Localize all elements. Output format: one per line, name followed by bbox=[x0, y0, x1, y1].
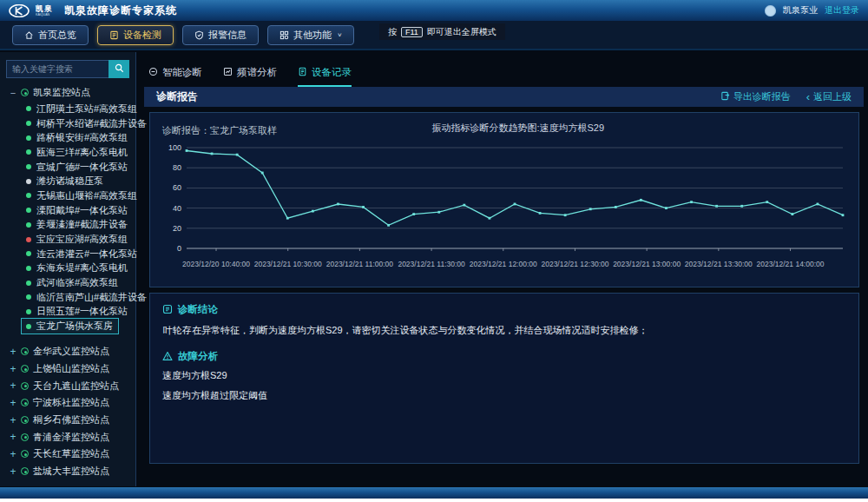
search-button[interactable] bbox=[108, 60, 129, 78]
tree-device-item[interactable]: 柯桥平水绍诸#截流井设备 bbox=[0, 116, 135, 131]
nav-item-3[interactable]: 报警信息 bbox=[182, 25, 259, 45]
expand-plus-icon[interactable]: + bbox=[10, 448, 16, 460]
tree-device-item[interactable]: 东海东堤#离心泵电机 bbox=[0, 261, 135, 276]
device-label: 柯桥平水绍诸#截流井设备 bbox=[36, 117, 147, 130]
tree-station-item[interactable]: +宁波栎社监控站点 bbox=[0, 394, 135, 412]
collapse-minus-icon[interactable]: − bbox=[10, 88, 16, 98]
f11-key: F11 bbox=[401, 27, 423, 37]
tree-station-item[interactable]: +上饶铅山监控站点 bbox=[0, 360, 135, 378]
avatar[interactable] bbox=[765, 5, 776, 17]
status-dot-green bbox=[26, 251, 31, 256]
svg-text:80: 80 bbox=[173, 163, 181, 172]
expand-plus-icon[interactable]: + bbox=[10, 414, 16, 426]
status-dot-green bbox=[26, 106, 31, 111]
export-report-link[interactable]: 导出诊断报告 bbox=[720, 90, 791, 103]
x-axis-label: 2023/12/21 12:00:00 bbox=[470, 260, 537, 268]
device-list: 江阴璜土泵站#高效泵组柯桥平水绍诸#截流井设备路桥银安街#高效泵组瓯海三垟#离心… bbox=[0, 102, 135, 334]
chevron-down-icon: ˅ bbox=[338, 31, 342, 39]
expand-plus-icon[interactable]: + bbox=[10, 380, 16, 392]
station-label: 宁波栎社监控站点 bbox=[33, 396, 109, 409]
nav-item-2[interactable]: 设备检测 bbox=[97, 25, 174, 45]
device-label: 武河临张#高效泵组 bbox=[36, 276, 118, 289]
tree-device-item[interactable]: 无锡惠山堰裕#高效泵组 bbox=[0, 188, 135, 203]
main-tabs: 智能诊断频谱分析设备记录 bbox=[136, 52, 868, 87]
tree-device-item[interactable]: 武河临张#高效泵组 bbox=[0, 275, 135, 290]
tree-station-item[interactable]: +桐乡石佛监控站点 bbox=[0, 412, 135, 429]
x-axis-label: 2023/12/21 10:30:00 bbox=[254, 260, 322, 268]
svg-text:0: 0 bbox=[177, 244, 181, 253]
tree-device-item[interactable]: 宣城广德#一体化泵站 bbox=[0, 160, 135, 175]
device-label: 溧阳戴埠#一体化泵站 bbox=[36, 204, 128, 217]
grid-icon bbox=[279, 30, 289, 40]
shield-check-icon bbox=[194, 30, 204, 40]
fault-warning-icon bbox=[162, 351, 173, 363]
hint-suffix: 即可退出全屏模式 bbox=[427, 26, 496, 38]
tree-device-item[interactable]: 潍坊诸城稳压泵 bbox=[0, 174, 135, 188]
doc-icon bbox=[298, 67, 307, 78]
device-label: 日照五莲#一体化泵站 bbox=[36, 305, 128, 318]
x-axis-label: 2023/12/21 13:30:00 bbox=[685, 260, 753, 268]
station-label: 桐乡石佛监控站点 bbox=[33, 413, 109, 426]
device-label: 临沂莒南芦山#截流井设备 bbox=[36, 291, 147, 304]
status-dot-green bbox=[26, 208, 31, 213]
nav-item-label: 其他功能 bbox=[293, 29, 332, 42]
status-dot-green bbox=[26, 121, 31, 126]
tree-device-item[interactable]: 江阴璜土泵站#高效泵组 bbox=[0, 102, 135, 116]
nav-item-4[interactable]: 其他功能˅ bbox=[267, 25, 354, 45]
expand-plus-icon[interactable]: + bbox=[10, 466, 16, 478]
tree-station-item[interactable]: +天长红草监控站点 bbox=[0, 446, 135, 463]
panel-title: 诊断报告 bbox=[156, 89, 198, 104]
app-window: 凯泉 KAIQUAN 凯泉故障诊断专家系统 凯泉泵业 退出登录 首页总览设备检测… bbox=[0, 0, 868, 502]
station-target-icon bbox=[21, 399, 29, 406]
device-label: 江阴璜土泵站#高效泵组 bbox=[36, 102, 137, 116]
tab-2[interactable]: 频谱分析 bbox=[223, 63, 277, 87]
station-target-icon bbox=[21, 433, 29, 441]
station-target-icon bbox=[21, 347, 29, 355]
fullscreen-hint: 按 F11 即可退出全屏模式 bbox=[379, 23, 505, 40]
home-icon bbox=[24, 30, 34, 40]
tree-station-item[interactable]: +青浦金泽监控站点 bbox=[0, 428, 135, 446]
logo-sub: KAIQUAN bbox=[36, 13, 51, 17]
station-target-icon bbox=[21, 450, 29, 458]
device-label: 姜堰溱潼#截流井设备 bbox=[36, 218, 128, 231]
expand-plus-icon[interactable]: + bbox=[10, 431, 16, 443]
expand-plus-icon[interactable]: + bbox=[10, 397, 16, 409]
nav-tabs: 首页总览设备检测报警信息其他功能˅ bbox=[12, 25, 354, 45]
tree-root-item[interactable]: − 凯泉监控站点 bbox=[0, 83, 135, 102]
export-icon bbox=[720, 91, 730, 102]
tree-device-item[interactable]: 宝龙广场供水泵房 bbox=[22, 319, 118, 334]
svg-text:40: 40 bbox=[173, 204, 181, 213]
back-link[interactable]: ‹ 返回上级 bbox=[806, 90, 852, 103]
tree-station-item[interactable]: +天台九遮山监控站点 bbox=[0, 377, 135, 394]
tree-device-item[interactable]: 连云港灌云#一体化泵站 bbox=[0, 247, 135, 261]
svg-text:60: 60 bbox=[173, 183, 181, 192]
search-row bbox=[6, 60, 129, 78]
station-tree: − 凯泉监控站点 江阴璜土泵站#高效泵组柯桥平水绍诸#截流井设备路桥银安街#高效… bbox=[0, 83, 135, 480]
tree-device-item[interactable]: 路桥银安街#高效泵组 bbox=[0, 130, 135, 145]
search-input[interactable] bbox=[6, 60, 108, 78]
tree-device-item[interactable]: 宝应宝应湖#高效泵组 bbox=[0, 232, 135, 247]
tree-station-item[interactable]: +金华武义监控站点 bbox=[0, 343, 135, 360]
device-label: 无锡惠山堰裕#高效泵组 bbox=[36, 189, 137, 202]
logout-link[interactable]: 退出登录 bbox=[825, 4, 859, 17]
tab-1[interactable]: 智能诊断 bbox=[148, 63, 202, 87]
expand-plus-icon[interactable]: + bbox=[10, 346, 16, 358]
expand-plus-icon[interactable]: + bbox=[10, 363, 16, 375]
back-label: 返回上级 bbox=[813, 90, 852, 103]
tree-device-item[interactable]: 姜堰溱潼#截流井设备 bbox=[0, 218, 135, 233]
tree-device-item[interactable]: 临沂莒南芦山#截流井设备 bbox=[0, 290, 135, 305]
status-dot-red bbox=[26, 237, 31, 242]
x-axis-label: 2023/12/20 10:40:00 bbox=[182, 260, 250, 268]
tab-3[interactable]: 设备记录 bbox=[298, 63, 352, 87]
tree-device-item[interactable]: 瓯海三垟#离心泵电机 bbox=[0, 145, 135, 160]
brand: 凯泉 KAIQUAN 凯泉故障诊断专家系统 bbox=[9, 3, 177, 18]
result-panel: 诊断结论 叶轮存在异常特征，判断为速度均方根S29，请密切关注设备状态与分数变化… bbox=[149, 293, 859, 464]
status-dot-green bbox=[26, 149, 31, 155]
tree-device-item[interactable]: 日照五莲#一体化泵站 bbox=[0, 305, 135, 320]
tree-station-item[interactable]: +盐城大丰监控站点 bbox=[0, 463, 135, 480]
status-dot-green bbox=[26, 222, 31, 228]
bottom-bar bbox=[0, 487, 868, 499]
tab-label: 智能诊断 bbox=[162, 66, 202, 79]
tree-device-item[interactable]: 溧阳戴埠#一体化泵站 bbox=[0, 203, 135, 218]
nav-item-1[interactable]: 首页总览 bbox=[12, 25, 89, 45]
